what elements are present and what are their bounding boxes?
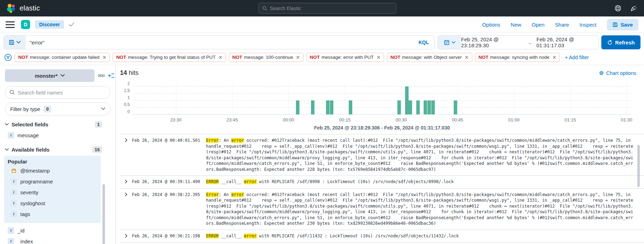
- check-icon[interactable]: [69, 22, 74, 27]
- date-picker-menu-button[interactable]: [438, 36, 461, 49]
- filter-negate-prefix: NOT: [18, 55, 28, 60]
- histogram-bar[interactable]: [409, 100, 412, 114]
- histogram-bar[interactable]: [454, 100, 457, 114]
- filters-bar: NOT message: container update failed ✕ N…: [0, 52, 644, 65]
- field-stats-icon[interactable]: [98, 74, 105, 78]
- filter-pill[interactable]: NOT message: error with PUT ✕: [306, 53, 384, 62]
- field-type-icon: t: [10, 200, 17, 207]
- filter-label: message: Trying to get final status of P…: [128, 55, 216, 60]
- y-axis-tick-label: 1: [127, 95, 130, 100]
- field-search[interactable]: [5, 86, 111, 99]
- field-search-input[interactable]: [18, 90, 106, 96]
- close-icon[interactable]: ✕: [102, 55, 106, 60]
- field-item[interactable]: t severity: [8, 187, 97, 198]
- field-item[interactable]: t _index: [5, 236, 111, 244]
- nav-menu-item[interactable]: Share: [555, 22, 569, 28]
- filter-menu-icon[interactable]: [4, 54, 12, 61]
- available-fields-header[interactable]: Available fields 15: [5, 146, 111, 153]
- chart-options-label: Chart options: [606, 70, 636, 76]
- histogram-bar[interactable]: [349, 100, 352, 114]
- saved-query-menu-button[interactable]: [4, 36, 26, 49]
- nav-menu-item[interactable]: Options: [482, 22, 500, 28]
- document-row: Feb 26, 2024 @ 00:38:22.395 Error: An er…: [120, 189, 644, 230]
- chart-options-button[interactable]: Chart options: [599, 70, 636, 76]
- menu-icon[interactable]: [6, 21, 15, 28]
- collapse-sidebar-icon[interactable]: [108, 73, 115, 78]
- filter-pill[interactable]: NOT message: 100-continue ✕: [229, 53, 304, 62]
- query-language-button[interactable]: KQL: [413, 36, 434, 49]
- data-view-picker[interactable]: monster*: [5, 69, 94, 82]
- date-to[interactable]: Feb 26, 2024 @ 01:31:17.03: [537, 36, 599, 48]
- filter-pill[interactable]: NOT message: container update failed ✕: [15, 53, 110, 62]
- document-row: Feb 26, 2024 @ 00:39:11.490 ERROR __call…: [120, 176, 644, 189]
- histogram-bar[interactable]: [330, 100, 333, 114]
- close-icon[interactable]: ✕: [552, 55, 557, 60]
- filter-pill[interactable]: NOT message: syncing with node ✕: [475, 53, 560, 62]
- x-gridline: [627, 84, 627, 114]
- filter-pill[interactable]: NOT message: Trying to get final status …: [113, 53, 226, 62]
- highlighted-term: ERROR: [206, 233, 219, 238]
- global-search-input[interactable]: [270, 6, 392, 11]
- selected-fields-header[interactable]: Selected fields 1: [5, 121, 111, 128]
- close-icon[interactable]: ✕: [296, 55, 300, 60]
- nav-menu-item[interactable]: Inspect: [580, 22, 596, 28]
- save-button-label: Save: [621, 22, 633, 28]
- add-filter-button[interactable]: + Add filter: [565, 55, 589, 60]
- close-icon[interactable]: ✕: [376, 55, 381, 60]
- global-search[interactable]: [259, 3, 396, 14]
- histogram-bar[interactable]: [427, 100, 431, 114]
- space-badge[interactable]: D: [21, 20, 30, 29]
- x-gridline: [232, 84, 233, 114]
- histogram-bar[interactable]: [424, 100, 427, 114]
- expand-row-icon[interactable]: [120, 179, 132, 185]
- histogram-bar[interactable]: [311, 100, 314, 114]
- nav-menu-item[interactable]: New: [511, 22, 521, 28]
- histogram-bar[interactable]: [405, 86, 409, 114]
- expand-row-icon[interactable]: [120, 233, 132, 239]
- refresh-button-label: Refresh: [615, 40, 635, 46]
- close-icon[interactable]: ✕: [218, 55, 222, 60]
- breadcrumb[interactable]: Discover: [35, 20, 64, 29]
- field-item[interactable]: @timestamp: [8, 165, 97, 176]
- y-gridline: [133, 86, 631, 86]
- field-item[interactable]: t _id: [5, 225, 111, 236]
- histogram-bar[interactable]: [326, 100, 330, 114]
- query-input[interactable]: [30, 40, 409, 46]
- filter-pill[interactable]: NOT message: with Object server ✕: [387, 53, 472, 62]
- filter-by-type-button[interactable]: Filter by type 0: [5, 102, 111, 116]
- date-from[interactable]: Feb 25, 2024 @ 23:18:29.30: [461, 36, 523, 48]
- histogram-bar[interactable]: [296, 100, 299, 114]
- document-message: Error: An error occurred: #012Traceback …: [206, 192, 634, 226]
- x-axis-tick-label: 00:45: [452, 117, 463, 123]
- popular-label: Popular: [8, 159, 97, 165]
- filter-negate-prefix: NOT: [116, 55, 126, 60]
- top-chrome: elastic: [0, 0, 644, 16]
- news-feed-icon[interactable]: [630, 5, 637, 12]
- field-name: severity: [20, 189, 38, 195]
- expand-row-icon[interactable]: [120, 192, 132, 198]
- sidebar-scrollbar[interactable]: [102, 184, 105, 244]
- field-item[interactable]: t programname: [8, 176, 97, 187]
- histogram-bar[interactable]: [431, 100, 435, 114]
- field-item[interactable]: t tags: [8, 209, 97, 219]
- save-button[interactable]: Save: [607, 19, 638, 30]
- elastic-logo[interactable]: elastic: [7, 4, 40, 13]
- field-name: sysloghost: [20, 200, 45, 206]
- filter-by-type-label: Filter by type: [10, 106, 40, 112]
- close-icon[interactable]: ✕: [465, 55, 469, 60]
- field-item[interactable]: t sysloghost: [8, 198, 97, 209]
- hits-count: 14 hits: [120, 69, 139, 77]
- histogram-bar[interactable]: [397, 100, 401, 114]
- logo-text: elastic: [20, 4, 40, 12]
- documents-scrollbar[interactable]: [637, 145, 640, 187]
- help-icon[interactable]: [615, 5, 621, 12]
- field-name: programname: [20, 179, 53, 184]
- hits-histogram[interactable]: 00.511.5223:3023:4500:0000:1500:3000:450…: [120, 81, 644, 124]
- nav-menu-item[interactable]: Open: [532, 22, 545, 28]
- field-name: tags: [20, 211, 30, 217]
- histogram-bar[interactable]: [416, 100, 420, 114]
- x-gridline: [570, 84, 571, 114]
- field-item[interactable]: t message: [5, 130, 111, 141]
- refresh-button[interactable]: Refresh: [601, 35, 641, 49]
- expand-row-icon[interactable]: [120, 138, 132, 144]
